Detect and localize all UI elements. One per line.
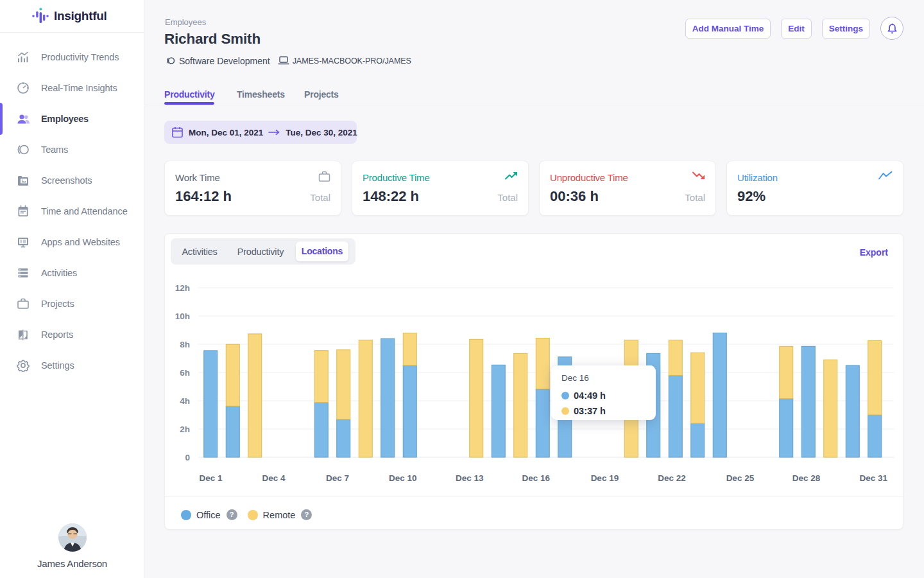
svg-text:2h: 2h (180, 425, 190, 434)
svg-text:Dec 31: Dec 31 (859, 473, 887, 483)
svg-text:10h: 10h (175, 311, 190, 321)
svg-text:6h: 6h (180, 368, 190, 378)
svg-text:Dec 7: Dec 7 (326, 473, 349, 483)
svg-text:12h: 12h (175, 283, 190, 293)
svg-text:Dec 4: Dec 4 (262, 473, 286, 483)
svg-text:Dec 22: Dec 22 (658, 473, 686, 483)
svg-text:Dec 16: Dec 16 (522, 473, 550, 483)
svg-text:Dec 25: Dec 25 (726, 473, 755, 483)
svg-text:8h: 8h (180, 340, 190, 349)
svg-text:4h: 4h (180, 396, 190, 406)
svg-text:Dec 19: Dec 19 (591, 473, 619, 483)
svg-text:Dec 1: Dec 1 (199, 473, 223, 483)
svg-text:Dec 10: Dec 10 (389, 473, 417, 483)
svg-text:Dec 13: Dec 13 (456, 473, 484, 483)
svg-text:0: 0 (185, 453, 190, 462)
svg-text:Dec 28: Dec 28 (792, 473, 821, 483)
